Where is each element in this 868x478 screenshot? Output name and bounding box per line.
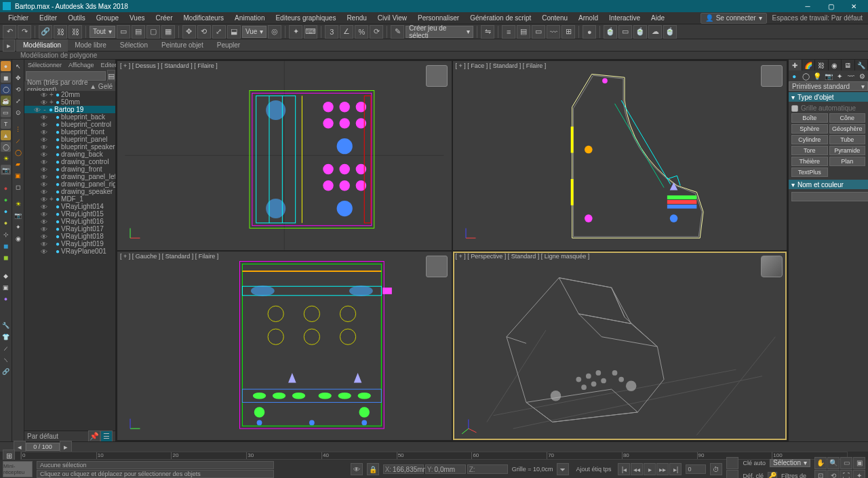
se-list-button[interactable]: ☰ <box>100 431 113 443</box>
visibility-icon[interactable]: 👁 <box>41 99 47 106</box>
minimize-button[interactable]: ─ <box>796 0 819 12</box>
lights-cat[interactable]: 💡 <box>811 71 823 81</box>
cursor-icon[interactable]: ↖ <box>13 61 23 71</box>
light2-icon[interactable]: ☀ <box>13 199 23 209</box>
camera-icon[interactable]: 📷 <box>1 165 11 175</box>
viewport-perspective[interactable]: [ + ] [ Perspective ] [ Standard ] [ Lig… <box>453 252 787 441</box>
tree-node[interactable]: 👁●drawing_front <box>24 165 115 173</box>
goto-start-button[interactable]: |◂ <box>618 463 630 475</box>
utilities-tab[interactable]: 🔧 <box>855 60 869 71</box>
text-icon[interactable]: T <box>1 119 11 129</box>
shirt-icon[interactable]: 👕 <box>1 332 11 342</box>
tree-node[interactable]: 👁●drawing_panel_left <box>24 173 115 180</box>
primitive-button[interactable]: Cône <box>829 113 866 123</box>
maximize-vp-button[interactable]: ⛶ <box>840 470 852 479</box>
bone2-icon[interactable]: ⟍ <box>1 355 11 365</box>
menu-editer[interactable]: Editer <box>34 12 62 24</box>
angle-snap-button[interactable]: ∠ <box>340 25 353 39</box>
select-rotate-button[interactable]: ⟲ <box>197 25 211 39</box>
menu-vues[interactable]: Vues <box>124 12 150 24</box>
rotate-icon[interactable]: ⟲ <box>13 84 23 94</box>
ribbon-tab[interactable]: Peinture objet <box>155 39 210 52</box>
menu-civil view[interactable]: Civil View <box>372 12 412 24</box>
primitive-button[interactable]: Plan <box>829 157 866 166</box>
render-last-button[interactable]: 🍵 <box>663 25 677 39</box>
menu-aide[interactable]: Aide <box>646 12 670 24</box>
visibility-icon[interactable]: 👁 <box>41 151 47 158</box>
light-icon[interactable]: ☀ <box>1 153 11 163</box>
primitive-button[interactable]: Boîte <box>791 113 828 123</box>
spinner-snap-button[interactable]: ⟳ <box>370 25 383 39</box>
tree-node[interactable]: 👁●VRayLight014 <box>24 203 115 210</box>
visibility-icon[interactable]: 👁 <box>41 233 47 240</box>
motion-tab[interactable]: ◉ <box>829 60 842 71</box>
zoom-view-button[interactable]: 🔍 <box>827 457 840 469</box>
menu-outils[interactable]: Outils <box>62 12 91 24</box>
systems-cat[interactable]: ⚙ <box>856 71 868 81</box>
select-scale-button[interactable]: ⤢ <box>212 25 226 39</box>
primitive-button[interactable]: Pyramide <box>829 146 866 155</box>
tree-node[interactable]: 👁●blueprint_back <box>24 113 115 121</box>
object-name-input[interactable] <box>791 192 868 201</box>
modify-tab[interactable]: 🌈 <box>802 60 816 71</box>
tree-node[interactable]: 👁●VRayLight015 <box>24 210 115 218</box>
mirror-button[interactable]: ⇋ <box>481 25 494 39</box>
create-tab[interactable]: ✚ <box>789 60 802 71</box>
close-button[interactable]: ✕ <box>842 0 865 12</box>
visibility-icon[interactable]: 👁 <box>41 248 47 255</box>
visibility-icon[interactable]: 👁 <box>41 121 47 128</box>
time-config-button[interactable]: ⏱ <box>710 463 722 475</box>
viewport-label[interactable]: [ + ] [ Face ] [ Standard ] [ Filaire ] <box>456 62 547 69</box>
visibility-icon[interactable]: 👁 <box>41 226 47 233</box>
use-center-button[interactable]: ◎ <box>268 25 281 39</box>
green-dot-icon[interactable]: ● <box>1 195 11 205</box>
visibility-icon[interactable]: 👁 <box>41 166 47 173</box>
orbit-button[interactable]: ⟲ <box>827 470 840 479</box>
key-icon[interactable]: 🔑 <box>768 472 777 479</box>
tree-node[interactable]: 👁●drawing_speaker <box>24 188 115 195</box>
rollout-name-color[interactable]: ▾Nom et couleur <box>789 180 868 189</box>
curve-editor-button[interactable]: 〰 <box>547 25 560 39</box>
box-icon[interactable]: ◼ <box>1 73 11 83</box>
visibility-icon[interactable]: 👁 <box>41 203 47 210</box>
green-square-icon[interactable]: ◼ <box>1 252 11 262</box>
primitive-type-dropdown[interactable]: Primitives standard▾ <box>789 81 868 91</box>
autokey-button[interactable] <box>726 457 738 469</box>
ribbon-tab[interactable]: Sélection <box>113 39 155 52</box>
viewport-top[interactable]: [ + ] [ Dessus ] [ Standard ] [ Filaire … <box>117 61 452 250</box>
se-display-menu[interactable]: Affichage <box>65 62 97 68</box>
nav-button[interactable]: ✦ <box>853 470 865 479</box>
percent-snap-button[interactable]: % <box>355 25 368 39</box>
tree-node[interactable]: 👁●VRayLight018 <box>24 233 115 240</box>
play-button[interactable]: ▸ <box>644 463 656 475</box>
zoom-extents-button[interactable]: ⊡ <box>814 470 827 479</box>
named-sel-set-dropdown[interactable]: Créer jeu de sélecti ▾ <box>406 26 473 38</box>
cylinder-icon[interactable]: ◯ <box>1 84 11 94</box>
maximize-button[interactable]: ▢ <box>819 0 842 12</box>
helpers-cat[interactable]: ✦ <box>834 71 846 81</box>
link2-icon[interactable]: 🔗 <box>1 366 11 376</box>
spacewarps-cat[interactable]: 〰 <box>846 71 857 81</box>
tool-icon[interactable]: 🔧 <box>1 320 11 330</box>
display-tab[interactable]: 🖥 <box>842 60 855 71</box>
unlink-button[interactable]: ⛓ <box>54 25 67 39</box>
menu-fichier[interactable]: Fichier <box>3 12 34 24</box>
primitive-button[interactable]: Sphère <box>791 124 828 134</box>
ribbon-tab[interactable]: Peupler <box>210 39 247 52</box>
menu-arnold[interactable]: Arnold <box>573 12 604 24</box>
tree-node[interactable]: 👁●drawing_panel_right <box>24 180 115 188</box>
ribbon-tab[interactable]: Mode libre <box>68 39 113 52</box>
visibility-icon[interactable]: 👁 <box>41 241 47 247</box>
misc-icon-2[interactable]: ▣ <box>1 282 11 292</box>
select-object-button[interactable]: ▭ <box>117 25 130 39</box>
cam2-icon[interactable]: 📷 <box>13 210 23 220</box>
primitive-button[interactable]: Géosphère <box>829 124 866 134</box>
window-crossing-button[interactable]: ▦ <box>161 25 175 39</box>
visibility-icon[interactable]: 👁 <box>41 159 47 165</box>
primitive-button[interactable]: Cylindre <box>791 135 828 144</box>
menu-modificateurs[interactable]: Modificateurs <box>178 12 229 24</box>
keymode-dropdown[interactable]: Sélection▾ <box>770 459 810 467</box>
system-icon[interactable]: ◉ <box>13 233 23 243</box>
goto-end-button[interactable]: ▸| <box>669 463 682 475</box>
snap-toggle-3-button[interactable]: 3 <box>325 25 338 39</box>
